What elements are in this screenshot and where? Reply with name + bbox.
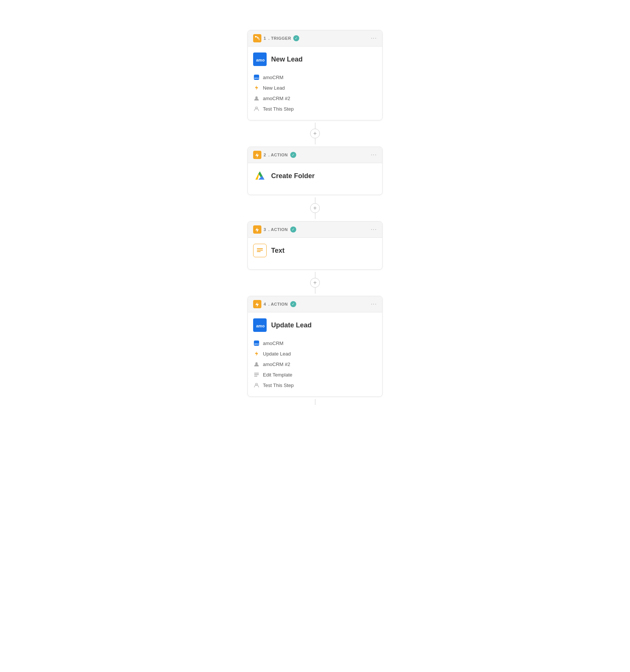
step-4-detail-3[interactable]: Edit Template (253, 369, 377, 380)
svg-text:amo: amo (254, 77, 259, 79)
step-3-type: . ACTION (268, 227, 288, 232)
step-3-more[interactable]: ··· (371, 226, 377, 233)
workflow-container: 1 . TRIGGER ✓ ··· amo New Lead (248, 30, 382, 642)
step-4-header: 4 . ACTION ✓ ··· (248, 296, 382, 312)
step-2-main-action: Create Folder (253, 169, 377, 183)
step-3-body: Text (248, 238, 382, 269)
step-4-app-icon: amo (253, 318, 267, 332)
step-1-main-action: amo New Lead (253, 52, 377, 66)
step-2-header: 2 . ACTION ✓ ··· (248, 147, 382, 163)
step-1-detail-1[interactable]: New Lead (253, 82, 377, 93)
user-icon-4 (253, 361, 260, 368)
svg-rect-27 (254, 376, 257, 376)
svg-text:amo: amo (256, 324, 265, 328)
action-icon-2 (253, 151, 261, 159)
svg-rect-25 (254, 373, 259, 374)
step-1-detail-2[interactable]: amoCRM #2 (253, 93, 377, 104)
test-icon (253, 105, 260, 112)
svg-point-7 (256, 108, 257, 108)
step-1-more[interactable]: ··· (371, 35, 377, 42)
step-4-action-label: Update Lead (271, 321, 312, 329)
step-2-card: 2 . ACTION ✓ ··· (248, 147, 382, 195)
step-2-header-left: 2 . ACTION ✓ (253, 151, 296, 159)
step-4-check: ✓ (290, 301, 296, 307)
step-1-detail-label-0: amoCRM (263, 75, 284, 80)
step-4-detail-1[interactable]: Update Lead (253, 348, 377, 359)
step-4-detail-label-0: amoCRM (263, 340, 284, 346)
step-1-card: 1 . TRIGGER ✓ ··· amo New Lead (248, 30, 382, 120)
step-2-label: 2 (264, 153, 266, 157)
step-1-detail-0: amo amoCRM (253, 72, 377, 82)
step-4-detail-label-2: amoCRM #2 (263, 362, 290, 367)
step-4-detail-0: amo amoCRM (253, 338, 377, 348)
connector-line-3b (315, 288, 315, 294)
step-4-detail-label-3: Edit Template (263, 372, 292, 378)
step-1-header: 1 . TRIGGER ✓ ··· (248, 30, 382, 46)
connector-1: + (310, 120, 320, 147)
step-4-main-action: amo Update Lead (253, 318, 377, 332)
step-2-more[interactable]: ··· (371, 152, 377, 158)
connector-2: + (310, 195, 320, 221)
step-4-detail-2[interactable]: amoCRM #2 (253, 359, 377, 369)
action-icon-4 (253, 300, 261, 308)
add-step-3-button[interactable]: + (310, 278, 320, 288)
step-3-header: 3 . ACTION ✓ ··· (248, 222, 382, 238)
test-icon-4 (253, 382, 260, 388)
step-1-app-icon: amo (253, 52, 267, 66)
app-icon-small: amo (253, 74, 260, 81)
template-icon (253, 371, 260, 378)
step-3-card: 3 . ACTION ✓ ··· Text (248, 221, 382, 270)
svg-rect-18 (257, 250, 263, 250)
bolt-icon-4 (253, 350, 260, 357)
user-icon (253, 95, 260, 102)
step-2-check: ✓ (290, 152, 296, 158)
step-1-detail-label-2: amoCRM #2 (263, 96, 290, 101)
connector-line-1 (315, 123, 315, 129)
step-4-body: amo Update Lead amo amoCRM Update Lead (248, 312, 382, 396)
trigger-icon (253, 34, 261, 42)
step-2-body: Create Folder (248, 163, 382, 195)
step-1-body: amo New Lead amo amoCRM New Lead (248, 46, 382, 120)
step-1-check: ✓ (293, 35, 299, 41)
step-4-detail-label-4: Test This Step (263, 382, 294, 388)
step-4-more[interactable]: ··· (371, 301, 377, 308)
step-3-app-icon (253, 244, 267, 257)
bolt-icon (253, 84, 260, 91)
step-1-detail-label-3: Test This Step (263, 106, 294, 112)
add-step-1-button[interactable]: + (310, 129, 320, 138)
step-2-action-label: Create Folder (271, 172, 315, 180)
step-4-detail-4[interactable]: Test This Step (253, 380, 377, 390)
app-icon-small-4: amo (253, 340, 260, 346)
svg-rect-19 (257, 251, 261, 252)
step-3-label: 3 (264, 227, 266, 232)
svg-text:amo: amo (254, 343, 259, 345)
step-1-action-label: New Lead (271, 56, 303, 63)
connector-line-bottom (315, 399, 315, 405)
step-4-label: 4 (264, 302, 266, 306)
connector-line-2b (315, 213, 315, 219)
action-icon-3 (253, 225, 261, 234)
svg-rect-26 (254, 374, 259, 375)
connector-3: + (310, 270, 320, 296)
connector-line-3 (315, 272, 315, 278)
step-1-detail-label-1: New Lead (263, 85, 285, 91)
step-1-header-left: 1 . TRIGGER ✓ (253, 34, 299, 42)
step-1-type: . TRIGGER (268, 36, 291, 40)
connector-line-2 (315, 197, 315, 203)
step-3-check: ✓ (290, 226, 296, 232)
add-step-2-button[interactable]: + (310, 203, 320, 213)
step-4-type: . ACTION (268, 302, 288, 306)
step-2-type: . ACTION (268, 153, 288, 157)
svg-rect-17 (257, 248, 263, 249)
step-4-header-left: 4 . ACTION ✓ (253, 300, 296, 308)
step-3-header-left: 3 . ACTION ✓ (253, 225, 296, 234)
step-3-action-label: Text (271, 247, 285, 255)
step-4-detail-label-1: Update Lead (263, 351, 291, 357)
connector-line-1b (315, 138, 315, 144)
step-3-main-action: Text (253, 244, 377, 257)
step-1-label: 1 (264, 36, 266, 40)
step-2-app-icon (253, 169, 267, 183)
step-4-card: 4 . ACTION ✓ ··· amo Update Lead (248, 296, 382, 397)
step-1-detail-3[interactable]: Test This Step (253, 104, 377, 114)
svg-point-29 (256, 384, 257, 385)
